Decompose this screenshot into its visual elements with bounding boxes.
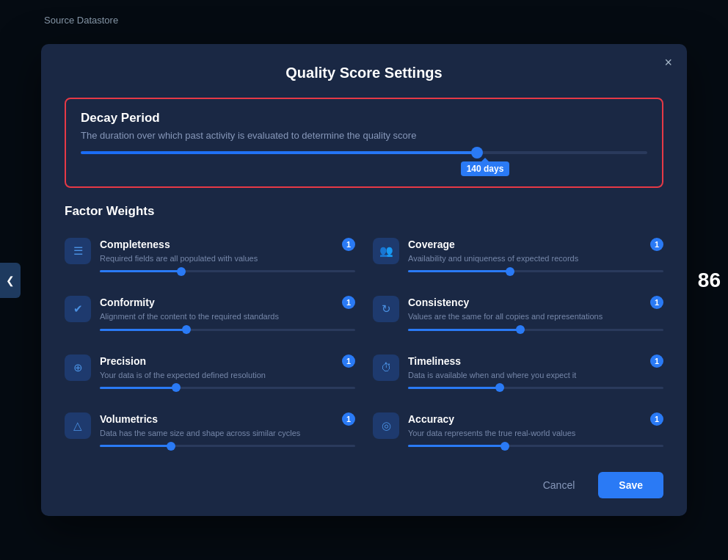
factor-content-coverage: Coverage 1 Availability and uniqueness o… bbox=[408, 238, 663, 272]
factor-name-completeness: Completeness bbox=[100, 239, 170, 250]
factor-item-completeness: ☰ Completeness 1 Required fields are all… bbox=[65, 230, 355, 283]
factor-slider-fill-accuracy bbox=[408, 445, 505, 447]
score-badge: 86 bbox=[698, 269, 721, 292]
factor-slider-thumb-accuracy[interactable] bbox=[500, 442, 509, 451]
factor-badge-volumetrics: 1 bbox=[342, 412, 355, 426]
quality-score-modal: × Quality Score Settings Decay Period Th… bbox=[41, 44, 687, 517]
factor-slider-fill-conformity bbox=[100, 329, 186, 331]
factor-name-timeliness: Timeliness bbox=[408, 355, 461, 367]
factor-slider-thumb-timeliness[interactable] bbox=[495, 383, 504, 392]
factor-weights-title: Factor Weights bbox=[65, 204, 663, 219]
factor-icon-completeness: ☰ bbox=[65, 238, 91, 264]
factor-slider-thumb-conformity[interactable] bbox=[182, 325, 191, 334]
factor-badge-timeliness: 1 bbox=[650, 354, 663, 368]
factor-content-precision: Precision 1 Your data is of the expected… bbox=[100, 354, 355, 389]
factor-item-timeliness: ⏱ Timeliness 1 Data is available when an… bbox=[373, 347, 663, 399]
factor-content-timeliness: Timeliness 1 Data is available when and … bbox=[408, 354, 663, 389]
factor-desc-accuracy: Your data represents the true real-world… bbox=[408, 428, 663, 439]
decay-slider-track: 140 days bbox=[81, 151, 647, 154]
factor-icon-precision: ⊕ bbox=[65, 354, 91, 381]
factor-slider-fill-coverage bbox=[408, 270, 510, 272]
factor-slider-thumb-coverage[interactable] bbox=[506, 267, 514, 276]
factor-header-conformity: Conformity 1 bbox=[100, 296, 355, 309]
factor-content-completeness: Completeness 1 Required fields are all p… bbox=[100, 238, 355, 272]
factor-slider-fill-completeness bbox=[100, 270, 181, 272]
factor-header-volumetrics: Volumetrics 1 bbox=[100, 412, 355, 426]
source-label: Source Datastore bbox=[44, 15, 118, 26]
modal-title: Quality Score Settings bbox=[65, 65, 663, 81]
factor-icon-timeliness: ⏱ bbox=[373, 354, 399, 381]
factor-item-volumetrics: △ Volumetrics 1 Data has the same size a… bbox=[65, 405, 355, 457]
factor-slider-fill-timeliness bbox=[408, 387, 500, 389]
modal-footer: Cancel Save bbox=[65, 472, 663, 498]
factor-icon-volumetrics: △ bbox=[65, 412, 91, 439]
factor-content-volumetrics: Volumetrics 1 Data has the same size and… bbox=[100, 412, 355, 447]
factor-slider-track-consistency bbox=[408, 329, 663, 331]
factor-slider-track-volumetrics bbox=[100, 445, 355, 447]
factor-content-consistency: Consistency 1 Values are the same for al… bbox=[408, 296, 663, 330]
factor-icon-coverage: 👥 bbox=[373, 238, 399, 264]
factors-grid: ☰ Completeness 1 Required fields are all… bbox=[65, 230, 663, 458]
factor-badge-completeness: 1 bbox=[342, 238, 355, 251]
factor-header-timeliness: Timeliness 1 bbox=[408, 354, 663, 368]
factor-badge-consistency: 1 bbox=[650, 296, 663, 309]
cancel-button[interactable]: Cancel bbox=[528, 472, 590, 498]
decay-slider-container: 140 days bbox=[81, 151, 647, 172]
factor-content-accuracy: Accuracy 1 Your data represents the true… bbox=[408, 412, 663, 447]
factor-badge-precision: 1 bbox=[342, 354, 355, 368]
factor-slider-thumb-completeness[interactable] bbox=[177, 267, 186, 276]
factor-slider-track-coverage bbox=[408, 270, 663, 272]
factor-slider-fill-consistency bbox=[408, 329, 520, 331]
factor-desc-timeliness: Data is available when and where you exp… bbox=[408, 370, 663, 381]
factor-name-precision: Precision bbox=[100, 355, 146, 367]
factor-header-accuracy: Accuracy 1 bbox=[408, 412, 663, 426]
factor-desc-precision: Your data is of the expected defined res… bbox=[100, 370, 355, 381]
factor-slider-track-accuracy bbox=[408, 445, 663, 447]
back-button[interactable]: ❮ bbox=[0, 263, 21, 298]
factor-slider-fill-volumetrics bbox=[100, 445, 171, 447]
factor-name-accuracy: Accuracy bbox=[408, 413, 454, 425]
factor-header-coverage: Coverage 1 bbox=[408, 238, 663, 251]
factor-header-consistency: Consistency 1 bbox=[408, 296, 663, 309]
factor-slider-fill-precision bbox=[100, 387, 176, 389]
factor-item-conformity: ✔ Conformity 1 Alignment of the content … bbox=[65, 288, 355, 341]
decay-slider-thumb[interactable] bbox=[471, 147, 483, 159]
decay-slider-fill bbox=[81, 151, 477, 154]
factor-name-volumetrics: Volumetrics bbox=[100, 413, 158, 425]
factor-item-consistency: ↻ Consistency 1 Values are the same for … bbox=[373, 288, 663, 341]
factor-desc-completeness: Required fields are all populated with v… bbox=[100, 253, 355, 264]
factor-badge-coverage: 1 bbox=[650, 238, 663, 251]
factor-badge-conformity: 1 bbox=[342, 296, 355, 309]
factor-desc-conformity: Alignment of the content to the required… bbox=[100, 311, 355, 322]
factor-item-accuracy: ◎ Accuracy 1 Your data represents the tr… bbox=[373, 405, 663, 457]
factor-name-conformity: Conformity bbox=[100, 297, 155, 308]
close-button[interactable]: × bbox=[664, 56, 672, 69]
decay-period-description: The duration over which past activity is… bbox=[81, 130, 647, 141]
factor-badge-accuracy: 1 bbox=[650, 412, 663, 426]
factor-name-coverage: Coverage bbox=[408, 239, 455, 250]
factor-desc-consistency: Values are the same for all copies and r… bbox=[408, 311, 663, 322]
factor-header-completeness: Completeness 1 bbox=[100, 238, 355, 251]
factor-header-precision: Precision 1 bbox=[100, 354, 355, 368]
decay-period-title: Decay Period bbox=[81, 111, 647, 126]
factor-desc-volumetrics: Data has the same size and shape across … bbox=[100, 428, 355, 439]
factor-item-precision: ⊕ Precision 1 Your data is of the expect… bbox=[65, 347, 355, 399]
factor-slider-track-timeliness bbox=[408, 387, 663, 389]
factor-item-coverage: 👥 Coverage 1 Availability and uniqueness… bbox=[373, 230, 663, 283]
factor-content-conformity: Conformity 1 Alignment of the content to… bbox=[100, 296, 355, 330]
factor-slider-thumb-volumetrics[interactable] bbox=[167, 442, 175, 451]
factor-slider-thumb-consistency[interactable] bbox=[516, 325, 525, 334]
factor-icon-conformity: ✔ bbox=[65, 296, 91, 322]
factor-desc-coverage: Availability and uniqueness of expected … bbox=[408, 253, 663, 264]
decay-slider-tooltip: 140 days bbox=[461, 161, 510, 176]
modal-backdrop: ❮ Source Datastore 86 × Quality Score Se… bbox=[0, 0, 728, 560]
save-button[interactable]: Save bbox=[598, 472, 663, 498]
back-icon: ❮ bbox=[6, 274, 15, 286]
factor-slider-track-conformity bbox=[100, 329, 355, 331]
factor-slider-track-precision bbox=[100, 387, 355, 389]
factor-name-consistency: Consistency bbox=[408, 297, 469, 308]
factor-slider-thumb-precision[interactable] bbox=[172, 383, 181, 392]
decay-period-section: Decay Period The duration over which pas… bbox=[65, 98, 663, 188]
factor-slider-track-completeness bbox=[100, 270, 355, 272]
factor-icon-consistency: ↻ bbox=[373, 296, 399, 322]
